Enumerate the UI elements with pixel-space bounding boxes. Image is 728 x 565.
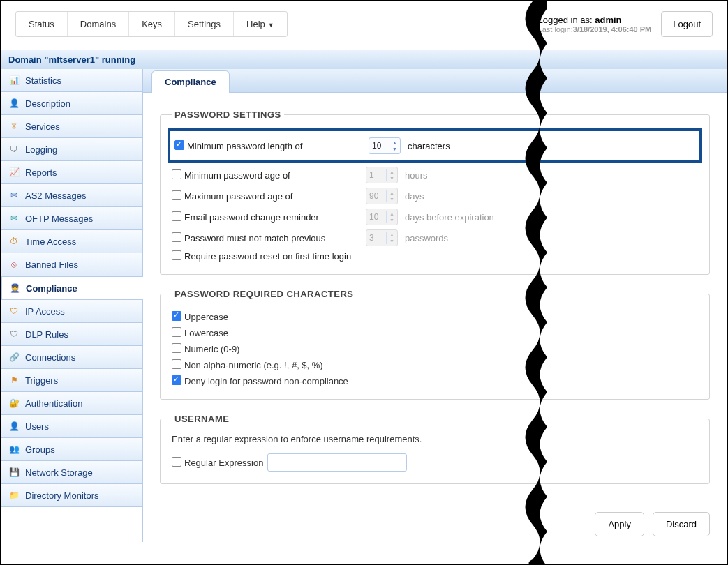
pw-setting-label: Require password reset on first time log… bbox=[184, 251, 366, 262]
pw-required-row: Uppercase bbox=[172, 309, 698, 325]
reports-icon: 📈 bbox=[8, 167, 20, 178]
discard-button[interactable]: Discard bbox=[653, 512, 710, 536]
pw-setting-label: Password must not match previous bbox=[184, 233, 366, 243]
pw-setting-row: Require password reset on first time log… bbox=[172, 248, 698, 264]
sidebar-item-network-storage[interactable]: 💾Network Storage bbox=[1, 461, 142, 484]
stepper-up-icon: ▲ bbox=[387, 211, 397, 217]
topnav-domains[interactable]: Domains bbox=[68, 12, 129, 36]
sidebar-item-statistics[interactable]: 📊Statistics bbox=[1, 69, 142, 92]
banned-files-icon: ⦸ bbox=[8, 259, 20, 270]
pw-required-checkbox[interactable] bbox=[172, 311, 181, 321]
sidebar-item-connections[interactable]: 🔗Connections bbox=[1, 346, 142, 369]
sidebar-item-compliance[interactable]: 👮Compliance bbox=[1, 276, 143, 300]
pw-required-checkbox[interactable] bbox=[172, 343, 181, 353]
pw-setting-label: Minimum password length of bbox=[187, 141, 369, 151]
pw-setting-value bbox=[366, 232, 386, 244]
topnav-keys[interactable]: Keys bbox=[129, 12, 175, 36]
sidebar-item-groups[interactable]: 👥Groups bbox=[1, 438, 142, 461]
topnav-status[interactable]: Status bbox=[16, 12, 68, 36]
logout-button[interactable]: Logout bbox=[661, 11, 713, 37]
pw-setting-value bbox=[366, 190, 386, 202]
regex-input[interactable] bbox=[267, 453, 407, 472]
regex-checkbox[interactable] bbox=[172, 457, 181, 467]
pw-setting-stepper: ▲▼ bbox=[366, 167, 398, 183]
pw-setting-stepper: ▲▼ bbox=[366, 209, 398, 225]
sidebar-item-reports[interactable]: 📈Reports bbox=[1, 161, 142, 184]
sidebar-item-label: Network Storage bbox=[25, 467, 93, 478]
sidebar-item-label: Groups bbox=[25, 444, 55, 455]
stepper-up-icon[interactable]: ▲ bbox=[389, 140, 400, 146]
password-required-group: PASSWORD REQUIRED CHARACTERS UppercaseLo… bbox=[160, 289, 710, 400]
username-legend: USERNAME bbox=[172, 414, 232, 424]
stepper-down-icon[interactable]: ▼ bbox=[389, 146, 400, 152]
pw-setting-suffix: days bbox=[405, 191, 424, 202]
logging-icon: 🗨 bbox=[8, 144, 20, 155]
pw-required-checkbox[interactable] bbox=[172, 359, 181, 369]
stepper-down-icon: ▼ bbox=[387, 238, 397, 244]
sidebar-item-label: DLP Rules bbox=[25, 329, 68, 340]
sidebar-item-directory-monitors[interactable]: 📁Directory Monitors bbox=[1, 484, 142, 507]
sidebar-item-authentication[interactable]: 🔐Authentication bbox=[1, 392, 142, 415]
pw-setting-stepper[interactable]: ▲▼ bbox=[369, 137, 401, 154]
username-hint: Enter a regular expression to enforce us… bbox=[172, 434, 698, 444]
pw-required-row: Numeric (0-9) bbox=[172, 341, 698, 357]
sidebar-item-description[interactable]: 👤Description bbox=[1, 92, 142, 115]
pw-setting-label: Email password change reminder bbox=[184, 212, 366, 223]
pw-setting-row: Email password change reminder▲▼days bef… bbox=[172, 206, 698, 227]
connections-icon: 🔗 bbox=[8, 352, 20, 363]
pw-setting-value bbox=[366, 211, 386, 223]
sidebar-item-services[interactable]: ✳Services bbox=[1, 115, 142, 138]
sidebar-item-triggers[interactable]: ⚑Triggers bbox=[1, 369, 142, 392]
last-login-label: Last login: bbox=[538, 25, 573, 33]
triggers-icon: ⚑ bbox=[8, 375, 20, 386]
sidebar-item-users[interactable]: 👤Users bbox=[1, 415, 142, 438]
sidebar-item-oftp-messages[interactable]: ✉OFTP Messages bbox=[1, 207, 142, 230]
stepper-up-icon: ▲ bbox=[387, 190, 397, 196]
pw-setting-checkbox[interactable] bbox=[172, 190, 181, 200]
time-access-icon: ⏱ bbox=[8, 236, 20, 247]
stepper-down-icon: ▼ bbox=[387, 196, 397, 202]
sidebar-item-label: Connections bbox=[25, 352, 75, 363]
pw-setting-row: Password must not match previous▲▼passwo… bbox=[172, 227, 698, 248]
sidebar-item-time-access[interactable]: ⏱Time Access bbox=[1, 230, 142, 253]
sidebar-item-as2-messages[interactable]: ✉AS2 Messages bbox=[1, 184, 142, 207]
content: Compliance PASSWORD SETTINGS Minimum pas… bbox=[143, 69, 727, 542]
domain-status: Domain "mftserver1" running bbox=[1, 50, 727, 69]
authentication-icon: 🔐 bbox=[8, 398, 20, 409]
sidebar-item-ip-access[interactable]: 🛡IP Access bbox=[1, 300, 142, 323]
login-info: Logged in as: admin Last login:3/18/2019… bbox=[538, 15, 652, 33]
groups-icon: 👥 bbox=[8, 444, 20, 455]
tab-compliance[interactable]: Compliance bbox=[151, 70, 230, 93]
description-icon: 👤 bbox=[8, 98, 20, 109]
apply-button[interactable]: Apply bbox=[595, 512, 644, 536]
regex-label: Regular Expression bbox=[184, 458, 263, 468]
sidebar-item-label: Reports bbox=[25, 167, 57, 178]
sidebar-item-label: Time Access bbox=[25, 236, 76, 247]
pw-setting-checkbox[interactable] bbox=[174, 140, 184, 150]
pw-setting-checkbox[interactable] bbox=[172, 170, 181, 179]
login-prefix: Logged in as: bbox=[538, 15, 595, 25]
stepper-up-icon: ▲ bbox=[387, 232, 397, 238]
pw-required-label: Numeric (0-9) bbox=[184, 344, 239, 354]
username-group: USERNAME Enter a regular expression to e… bbox=[160, 414, 710, 484]
pw-setting-row: Maximum password age of▲▼days bbox=[172, 186, 698, 206]
pw-setting-checkbox[interactable] bbox=[172, 250, 181, 260]
stepper-down-icon: ▼ bbox=[387, 217, 397, 223]
pw-required-checkbox[interactable] bbox=[172, 327, 181, 337]
pw-setting-value[interactable] bbox=[369, 140, 389, 152]
login-user: admin bbox=[595, 15, 621, 25]
topnav-help[interactable]: Help▼ bbox=[234, 12, 287, 36]
users-icon: 👤 bbox=[8, 421, 20, 432]
content-body: PASSWORD SETTINGS Minimum password lengt… bbox=[143, 93, 727, 506]
sidebar-item-logging[interactable]: 🗨Logging bbox=[1, 138, 142, 161]
pw-setting-checkbox[interactable] bbox=[172, 211, 181, 221]
pw-required-label: Lowercase bbox=[184, 328, 228, 338]
pw-setting-checkbox[interactable] bbox=[172, 232, 181, 242]
pw-required-checkbox[interactable] bbox=[172, 375, 181, 385]
topnav-settings[interactable]: Settings bbox=[175, 12, 234, 36]
sidebar-item-banned-files[interactable]: ⦸Banned Files bbox=[1, 253, 142, 276]
password-settings-legend: PASSWORD SETTINGS bbox=[172, 110, 284, 120]
sidebar-item-label: Authentication bbox=[25, 398, 82, 409]
sidebar-item-dlp-rules[interactable]: 🛡DLP Rules bbox=[1, 323, 142, 346]
sidebar-item-label: AS2 Messages bbox=[25, 190, 86, 201]
